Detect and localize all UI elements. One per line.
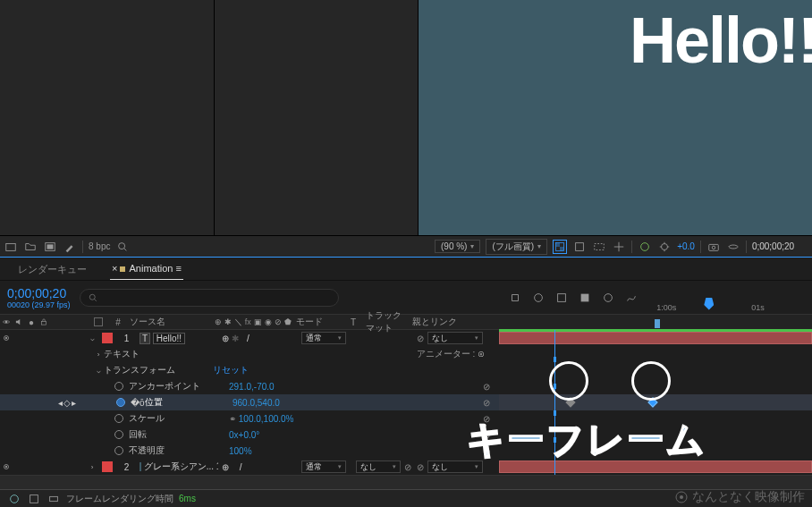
magnify-icon[interactable]	[115, 240, 130, 254]
pickwhip-icon[interactable]: ⊘	[404, 462, 411, 472]
expression-pickwhip-icon[interactable]: ⊘	[483, 382, 490, 392]
visibility-toggle[interactable]	[2, 333, 11, 343]
property-row[interactable]: 不透明度 100% ⊘	[0, 443, 812, 459]
keyframe[interactable]	[565, 397, 575, 407]
frameblend-icon[interactable]	[578, 291, 592, 305]
layer-search[interactable]	[80, 289, 339, 307]
stopwatch-icon[interactable]	[114, 382, 123, 391]
preview-text-layer[interactable]: Hello!!	[630, 4, 812, 77]
parent-dropdown[interactable]: なし	[427, 461, 483, 473]
expression-pickwhip-icon[interactable]: ⊘	[483, 446, 490, 456]
layer-bar[interactable]	[499, 332, 812, 344]
property-group-row[interactable]: › テキスト アニメーター : ⊙	[0, 346, 812, 362]
exposure-value[interactable]: +0.0	[677, 241, 695, 251]
timeline-navigator[interactable]	[0, 475, 812, 489]
project-icon[interactable]	[4, 240, 18, 254]
prop-anchor: アンカーポイント	[129, 380, 200, 393]
col-parent[interactable]: 親とリンク	[410, 316, 499, 328]
property-row[interactable]: ◂◇▸ �ō 位置 960.0,540.0 ⊘	[0, 394, 812, 410]
composition-preview[interactable]: Hello!!	[419, 0, 812, 235]
exposure-icon[interactable]	[657, 240, 672, 254]
twirl-icon[interactable]: ›	[91, 463, 94, 471]
label-icon	[94, 317, 103, 326]
blend-mode-dropdown[interactable]: 通常	[301, 461, 346, 473]
property-row[interactable]: 回転 0x+0.0° ⊘	[0, 427, 812, 443]
bpc-label[interactable]: 8 bpc	[89, 241, 110, 251]
value-rotation[interactable]: 0x+0.0°	[229, 430, 259, 440]
layer-row[interactable]: ⌵ 1 T Hello!! ⊕✱ / 通常 ⊘なし	[0, 330, 812, 346]
layer-color[interactable]	[102, 461, 113, 472]
constrain-icon[interactable]: ⚭	[229, 414, 236, 424]
stopwatch-icon[interactable]	[116, 398, 125, 407]
project-panel	[0, 0, 419, 235]
col-source-name[interactable]: ソース名	[128, 316, 213, 328]
zoom-dropdown[interactable]: (90 %)	[435, 240, 480, 253]
layer-name[interactable]: Hello!!	[153, 333, 185, 344]
pickwhip-icon[interactable]: ⊘	[417, 462, 424, 472]
region-icon[interactable]	[592, 240, 606, 254]
value-scale[interactable]: 100.0,100.0%	[239, 414, 294, 424]
add-keyframe-icon[interactable]: ◇	[63, 398, 71, 408]
reset-link[interactable]: リセット	[213, 364, 249, 376]
expression-pickwhip-icon[interactable]: ⊘	[483, 398, 490, 408]
comp-mini-icon[interactable]	[508, 291, 522, 305]
folder-icon[interactable]	[23, 240, 38, 254]
search-input[interactable]	[98, 292, 331, 302]
expression-pickwhip-icon[interactable]: ⊘	[483, 414, 490, 424]
prev-keyframe-icon[interactable]: ◂	[58, 398, 63, 408]
toggle-switches-icon2[interactable]	[27, 492, 41, 506]
work-area-start[interactable]	[655, 319, 660, 328]
add-animator-icon[interactable]: ⊙	[478, 349, 485, 359]
guides-icon[interactable]	[612, 240, 626, 254]
preview-timecode[interactable]: 0;00;00;20	[752, 241, 794, 251]
value-opacity[interactable]: 100%	[229, 446, 252, 456]
quality-dropdown[interactable]: (フル画質)	[486, 239, 547, 255]
pickwhip-icon[interactable]: ⊘	[417, 334, 424, 343]
twirl-icon[interactable]: ⌵	[97, 367, 101, 375]
render-time-value: 6ms	[179, 494, 196, 503]
layer-bar[interactable]	[499, 461, 812, 473]
render-time-icon[interactable]	[47, 492, 61, 506]
visibility-toggle[interactable]	[2, 461, 11, 472]
col-mode[interactable]: モード	[294, 316, 349, 328]
property-group-row[interactable]: ⌵ トランスフォーム リセット	[0, 362, 812, 378]
property-row[interactable]: スケール ⚭ 100.0,100.0% ⊘	[0, 410, 812, 427]
stopwatch-icon[interactable]	[114, 414, 123, 423]
speaker-icon	[14, 317, 23, 326]
show-snapshot-icon[interactable]	[726, 240, 740, 254]
toggle-switches-icon[interactable]	[7, 492, 21, 506]
prop-scale: スケール	[129, 412, 165, 425]
stopwatch-icon[interactable]	[114, 430, 123, 439]
layer-row[interactable]: › 2 グレー系シアン... 1 ⊕ / 通常 なし⊘ ⊘なし	[0, 459, 812, 475]
timeline-tabs: レンダーキュー × Animation ≡	[0, 257, 812, 280]
color-mgmt-icon[interactable]	[638, 240, 652, 254]
transparency-grid-icon[interactable]	[553, 240, 567, 254]
current-timecode[interactable]: 0;00;00;20	[7, 286, 71, 300]
blend-mode-dropdown[interactable]: 通常	[301, 332, 346, 344]
twirl-icon[interactable]: ›	[97, 351, 100, 359]
twirl-icon[interactable]: ⌵	[90, 334, 95, 342]
parent-dropdown[interactable]: なし	[427, 332, 483, 344]
graph-editor-icon[interactable]	[624, 291, 639, 305]
keyframe[interactable]	[647, 397, 657, 407]
trackmatte-dropdown[interactable]: なし	[356, 461, 401, 473]
layer-name[interactable]: グレー系シアン... 1	[144, 461, 219, 473]
tab-animation[interactable]: × Animation ≡	[101, 258, 192, 280]
tab-render-queue[interactable]: レンダーキュー	[7, 258, 97, 280]
layer-color[interactable]	[102, 333, 113, 343]
shy-icon[interactable]	[531, 291, 546, 305]
prop-rotation: 回転	[129, 428, 147, 441]
mask-icon[interactable]	[572, 240, 587, 254]
comp-icon[interactable]	[43, 240, 57, 254]
brush-icon[interactable]	[63, 240, 77, 254]
value-anchor[interactable]: 291.0,-70.0	[229, 382, 275, 392]
snapshot-icon[interactable]	[706, 240, 721, 254]
stopwatch-icon[interactable]	[114, 446, 123, 455]
motionblur-icon[interactable]	[601, 291, 615, 305]
expression-pickwhip-icon[interactable]: ⊘	[483, 430, 490, 440]
next-keyframe-icon[interactable]: ▸	[72, 398, 76, 408]
value-position[interactable]: 960.0,540.0	[233, 398, 280, 408]
draft3d-icon[interactable]	[554, 291, 569, 305]
property-row[interactable]: アンカーポイント 291.0,-70.0 ⊘	[0, 378, 812, 394]
svg-point-28	[680, 495, 683, 499]
